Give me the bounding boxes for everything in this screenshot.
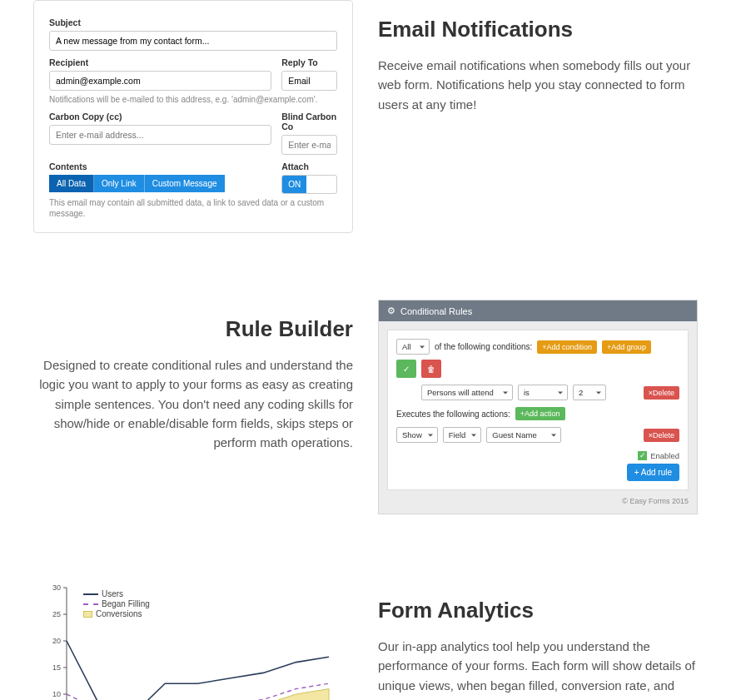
contents-toggle[interactable]: All Data Only Link Custom Message xyxy=(49,175,271,192)
svg-text:10: 10 xyxy=(52,690,61,698)
add-condition-button[interactable]: +Add condition xyxy=(537,340,597,354)
bcc-input[interactable] xyxy=(281,135,337,155)
subject-label: Subject xyxy=(49,17,337,27)
rule-footer: © Easy Forms 2015 xyxy=(387,497,689,505)
replyto-label: Reply To xyxy=(281,57,337,67)
cc-label: Carbon Copy (cc) xyxy=(49,112,271,122)
replyto-input[interactable] xyxy=(281,71,337,91)
cc-input[interactable] xyxy=(49,125,271,145)
recipient-input[interactable] xyxy=(49,71,271,91)
rule-panel-header: ⚙ Conditional Rules xyxy=(379,300,697,321)
recipient-label: Recipient xyxy=(49,57,271,67)
svg-text:20: 20 xyxy=(52,637,61,645)
email-body: Receive email notifications when somebod… xyxy=(378,56,698,114)
cond-field-select[interactable]: Persons will attend xyxy=(421,385,513,400)
contents-opt-link[interactable]: Only Link xyxy=(94,175,145,192)
contents-help: This email may contain all submitted dat… xyxy=(49,197,337,219)
svg-text:30: 30 xyxy=(52,583,61,592)
analytics-chart: 051015202530DecemberWed 02Thu 03Fri 04Sa… xyxy=(33,581,353,700)
attach-toggle[interactable]: ON xyxy=(281,175,337,194)
action-type-select[interactable]: Show xyxy=(396,427,438,443)
attach-label: Attach xyxy=(281,161,337,171)
chart-legend: Users Began Filling Conversions xyxy=(83,589,150,619)
analytics-title: Form Analytics xyxy=(378,598,698,623)
add-action-button[interactable]: +Add action xyxy=(515,407,565,420)
branch-icon: ⚙ xyxy=(387,305,395,316)
rule-body: Designed to create conditional rules and… xyxy=(33,355,353,452)
recipient-help: Notifications will be e-mailed to this a… xyxy=(49,94,337,105)
contents-opt-all[interactable]: All Data xyxy=(49,175,94,192)
cond-op-select[interactable]: is xyxy=(518,385,568,400)
confirm-icon[interactable]: ✓ xyxy=(396,360,416,378)
email-settings-panel: Subject Recipient Reply To Notifications… xyxy=(33,0,353,233)
trash-icon[interactable]: 🗑 xyxy=(421,360,441,378)
analytics-body: Our in-app analytics tool help you under… xyxy=(378,637,698,700)
contents-label: Contents xyxy=(49,161,271,171)
svg-text:25: 25 xyxy=(52,610,61,618)
email-title: Email Notifications xyxy=(378,17,698,42)
contents-opt-custom[interactable]: Custom Message xyxy=(145,175,225,192)
subject-input[interactable] xyxy=(49,31,337,51)
rule-title: Rule Builder xyxy=(33,316,353,342)
action-target-type-select[interactable]: Field xyxy=(443,427,482,443)
action-target-select[interactable]: Guest Name xyxy=(486,427,561,443)
action-delete-button[interactable]: ×Delete xyxy=(644,429,679,442)
cond-value-select[interactable]: 2 xyxy=(573,385,606,400)
add-rule-button[interactable]: + Add rule xyxy=(627,464,679,481)
svg-text:15: 15 xyxy=(52,663,61,672)
match-select[interactable]: All xyxy=(396,339,430,355)
bcc-label: Blind Carbon Co xyxy=(281,112,337,132)
rule-builder-panel: ⚙ Conditional Rules All of the following… xyxy=(378,300,698,514)
cond-delete-button[interactable]: ×Delete xyxy=(644,386,679,400)
enabled-checkbox[interactable] xyxy=(638,451,647,460)
add-group-button[interactable]: +Add group xyxy=(602,340,651,354)
